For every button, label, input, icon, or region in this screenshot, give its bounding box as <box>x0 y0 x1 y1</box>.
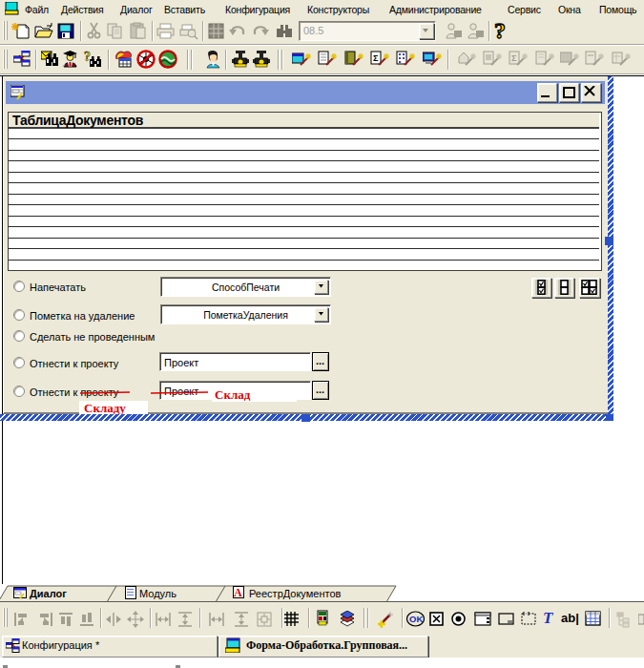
svg-text:OK: OK <box>409 614 423 624</box>
svg-text:Σ: Σ <box>511 53 517 63</box>
svg-text:?: ? <box>84 50 91 64</box>
svg-text:A: A <box>234 586 242 599</box>
svg-text:Σ: Σ <box>373 53 379 63</box>
